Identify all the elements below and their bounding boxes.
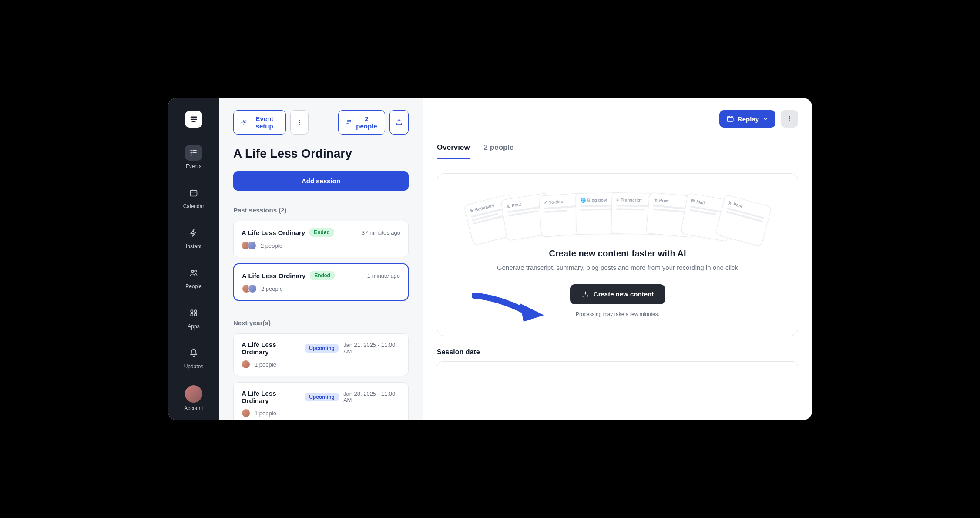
ai-subheading: Generate transcript, summary, blog posts… <box>451 263 784 273</box>
svg-point-22 <box>299 124 300 125</box>
toolbar: Event setup 2 people <box>233 110 409 135</box>
tab-people[interactable]: 2 people <box>484 143 514 159</box>
svg-point-14 <box>195 270 196 272</box>
nav-updates[interactable]: Updates <box>184 345 204 370</box>
more-button[interactable] <box>781 110 798 128</box>
logo <box>185 111 202 128</box>
avatar-stack <box>242 360 250 369</box>
add-session-button[interactable]: Add session <box>233 171 409 191</box>
main-header: Replay <box>437 110 798 128</box>
chevron-down-icon <box>762 116 769 122</box>
bolt-icon <box>189 229 198 237</box>
nav-label: Apps <box>188 323 199 330</box>
svg-point-21 <box>299 122 300 123</box>
nav-label: Account <box>184 405 203 411</box>
avatar-stack <box>242 284 257 293</box>
svg-point-24 <box>349 120 351 121</box>
ai-content-box: ✎ Summary 𝕏 Post ✓ To-dos 🌐 Blog post ≡ … <box>437 173 798 336</box>
calendar-icon <box>189 188 198 197</box>
clapperboard-icon <box>726 115 734 123</box>
nav-calendar[interactable]: Calendar <box>183 185 205 209</box>
session-card[interactable]: A Life Less Ordinary Upcoming Jan 28, 20… <box>233 382 409 420</box>
button-label: Replay <box>738 115 759 123</box>
avatar-stack <box>242 409 250 417</box>
arrow-annotation <box>472 291 546 326</box>
illustration: ✎ Summary 𝕏 Post ✓ To-dos 🌐 Blog post ≡ … <box>451 188 784 235</box>
nav-label: People <box>185 283 201 289</box>
nav-apps[interactable]: Apps <box>185 305 202 330</box>
svg-rect-18 <box>195 314 197 316</box>
session-card[interactable]: A Life Less Ordinary Upcoming Jan 21, 20… <box>233 333 409 376</box>
ai-heading: Create new content faster with AI <box>451 249 784 259</box>
button-label: Event setup <box>250 115 279 130</box>
page-title: A Life Less Ordinary <box>233 147 409 161</box>
svg-rect-9 <box>190 190 197 196</box>
svg-rect-25 <box>727 118 733 121</box>
svg-rect-17 <box>191 314 193 316</box>
nav-account[interactable]: Account <box>184 385 203 411</box>
left-panel: Event setup 2 people A Life Less Ordinar… <box>219 98 423 420</box>
session-card[interactable]: A Life Less Ordinary Ended 1 minute ago … <box>233 263 409 301</box>
apps-icon <box>189 309 198 317</box>
svg-rect-0 <box>191 117 197 118</box>
people-count: 2 people <box>261 286 283 292</box>
people-count: 1 people <box>255 410 276 417</box>
avatar-stack <box>242 241 256 250</box>
share-button[interactable] <box>389 110 409 135</box>
more-button[interactable] <box>290 110 309 135</box>
app-window: Events Calendar Instant People Apps Upda… <box>168 98 812 420</box>
svg-point-27 <box>789 118 790 120</box>
people-button[interactable]: 2 people <box>338 110 385 135</box>
event-setup-button[interactable]: Event setup <box>233 110 286 135</box>
svg-point-6 <box>191 150 191 151</box>
people-count: 1 people <box>255 361 276 368</box>
svg-rect-16 <box>195 310 197 312</box>
svg-point-20 <box>299 120 300 121</box>
svg-point-26 <box>789 116 790 118</box>
sparkle-icon <box>581 290 589 298</box>
bell-icon <box>189 349 198 357</box>
dots-vertical-icon <box>296 119 303 126</box>
session-title: A Life Less Ordinary <box>242 341 300 356</box>
svg-point-13 <box>191 270 194 272</box>
nav-events[interactable]: Events <box>185 145 202 169</box>
svg-rect-1 <box>191 119 197 120</box>
status-badge: Ended <box>310 271 335 280</box>
status-badge: Upcoming <box>305 393 339 401</box>
svg-point-8 <box>191 155 191 155</box>
session-date-label: Session date <box>437 348 798 356</box>
list-icon <box>189 148 198 157</box>
main-panel: Replay Overview 2 people ✎ Summary 𝕏 Pos… <box>423 98 812 420</box>
session-title: A Life Less Ordinary <box>242 390 300 404</box>
create-content-button[interactable]: Create new content <box>570 284 665 304</box>
nav-label: Instant <box>186 243 201 249</box>
people-count: 2 people <box>261 242 282 249</box>
button-label: Create new content <box>594 290 654 298</box>
session-title: A Life Less Ordinary <box>242 272 305 279</box>
tab-overview[interactable]: Overview <box>437 143 470 159</box>
people-icon <box>346 118 352 126</box>
gear-icon <box>241 118 247 126</box>
dots-vertical-icon <box>786 115 793 122</box>
session-date-input[interactable] <box>437 361 798 370</box>
status-badge: Upcoming <box>305 344 339 353</box>
session-time: 1 minute ago <box>367 272 400 279</box>
upload-icon <box>395 118 403 126</box>
status-badge: Ended <box>309 228 334 237</box>
nav-label: Events <box>186 163 202 169</box>
session-time: Jan 21, 2025 - 11:00 AM <box>343 342 400 355</box>
nav-instant[interactable]: Instant <box>185 225 202 249</box>
nav-label: Updates <box>184 363 204 370</box>
nav-people[interactable]: People <box>185 265 202 289</box>
svg-point-28 <box>789 120 790 121</box>
replay-button[interactable]: Replay <box>719 110 775 128</box>
session-time: Jan 28, 2025 - 11:00 AM <box>343 390 400 404</box>
nav-label: Calendar <box>183 203 205 209</box>
logo-icon <box>189 114 198 124</box>
session-card[interactable]: A Life Less Ordinary Ended 37 minutes ag… <box>233 221 409 257</box>
svg-rect-15 <box>191 310 193 312</box>
nav-rail: Events Calendar Instant People Apps Upda… <box>168 98 219 420</box>
svg-rect-2 <box>191 121 195 122</box>
tabs: Overview 2 people <box>437 143 798 159</box>
svg-point-23 <box>347 121 349 122</box>
